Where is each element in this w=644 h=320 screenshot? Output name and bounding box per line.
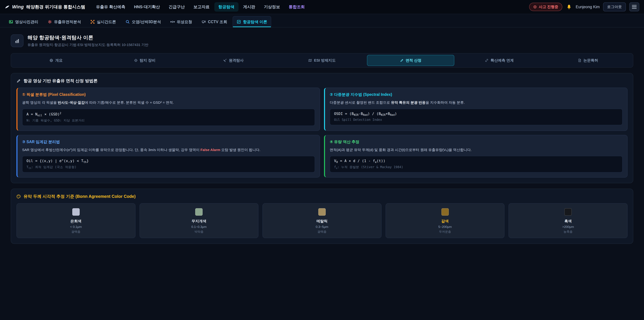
area-analysis-icon [48, 20, 52, 24]
logout-button[interactable]: 로그아웃 [603, 2, 626, 12]
page-subtitle: 유출유 원격탐지·항공감시 기법·ESI 방제정보지도·등록특허 10-1567… [28, 43, 148, 47]
color-swatch [195, 208, 202, 216]
incident-status-label: 사고 진행중 [539, 4, 558, 10]
formula-note: N: 기름 픽셀수, GSD: 지상 표본거리 [26, 118, 310, 123]
theory-tab-bar: 개요 탐지 장비 원격탐사 ESI 방제지도 면적 산정 [11, 53, 633, 68]
thickness-card-metallic: 메탈릭 0.3~5μm 광택층 [262, 203, 382, 238]
thickness-range: 5~200μm [388, 225, 502, 229]
tab-remote-sensing[interactable]: 원격탐사 [190, 55, 277, 66]
thickness-range: < 0.1μm [20, 225, 132, 229]
color-swatch [564, 208, 572, 216]
antenna-icon [223, 59, 227, 62]
thickness-cards-grid: 은회색 < 0.1μm 광택층 무지개색 0.1~0.3μm 박막층 메탈릭 0… [16, 203, 628, 238]
formula-line: A = Noil × (GSD)2 [26, 112, 310, 117]
subnav-pollution-ship-3d[interactable]: 오염/선박3D분석 [122, 16, 165, 27]
subnav-realtime-drone[interactable]: 실시간드론 [86, 16, 120, 27]
methods-section-heading: 항공 영상 기반 유출유 면적 산정 방법론 [16, 78, 628, 84]
page-title: 해양 항공탐색·원격탐사 이론 [28, 34, 148, 41]
area-methods-panel: 항공 영상 기반 유출유 면적 산정 방법론 ① 픽셀 분류법 (Pixel C… [11, 73, 633, 183]
nav-emergency-rescue[interactable]: 긴급구난 [165, 2, 189, 12]
nav-reports[interactable]: 보고자료 [190, 2, 214, 12]
alert-dot-icon [533, 5, 537, 9]
palette-icon [16, 194, 21, 199]
document-icon [578, 59, 582, 62]
method-card-sar-threshold: ③ SAR 임계값 분리법 SAR 영상에서 후방산란계수(σ°)의 임계값 이… [16, 135, 320, 178]
bell-icon [566, 4, 572, 10]
nav-board[interactable]: 게시판 [239, 2, 259, 12]
thickness-card-rainbow: 무지개색 0.1~0.3μm 박막층 [140, 203, 258, 238]
color-swatch [318, 208, 326, 216]
formula-note: fe: 누적 증발분 (Stiver & Mackay 1984) [334, 165, 618, 169]
method-card-pixel-classification: ① 픽셀 분류법 (Pixel Classification) 광학 영상의 각… [16, 88, 320, 131]
incident-status-badge: 사고 진행중 [529, 3, 562, 11]
thickness-card-silver-gray: 은회색 < 0.1μm 광택층 [16, 203, 136, 238]
formula-note: Tth: 최적 임계값 (국소 적응형) [26, 165, 310, 169]
method-title: ② 다중분광 지수법 (Spectral Index) [330, 92, 622, 97]
formula-block: V0 = A × d / (1 - fe(t)) fe: 누적 증발분 (Sti… [330, 156, 622, 172]
nav-hns-air-diffusion[interactable]: HNS·대기확산 [130, 2, 164, 12]
tab-detection-equipment[interactable]: 탐지 장비 [101, 55, 188, 66]
formula-line: V0 = A × d / (1 - fe(t)) [334, 159, 618, 164]
method-title: ① 픽셀 분류법 (Pixel Classification) [22, 92, 315, 97]
method-card-volume-inversion: ④ 유량 역산 추정 면적(A)과 평균 유막 두께(d) 및 풍화 경과 시간… [324, 135, 628, 178]
method-cards-grid: ① 픽셀 분류법 (Pixel Classification) 광학 영상의 각… [16, 88, 628, 178]
nav-integrated-search[interactable]: 통합조회 [285, 2, 309, 12]
method-title: ③ SAR 임계값 분리법 [22, 139, 315, 144]
tab-esi-map[interactable]: ESI 방제지도 [278, 55, 366, 66]
method-title: ④ 유량 역산 추정 [330, 139, 622, 144]
wing-logo-icon [5, 5, 10, 9]
notifications-button[interactable] [566, 4, 572, 10]
pencil-icon [400, 59, 404, 62]
thickness-layer: 광택층 [20, 230, 132, 234]
tab-overview[interactable]: 개요 [12, 55, 100, 66]
thickness-range: 0.3~5μm [266, 225, 378, 229]
nav-weather-info[interactable]: 기상정보 [260, 2, 284, 12]
user-name: Eunjeong Kim [576, 5, 600, 9]
page-title-block: 해양 항공탐색·원격탐사 이론 유출유 원격탐지·항공감시 기법·ESI 방제정… [28, 34, 148, 47]
formula-note: Oil Spill Detection Index [334, 118, 618, 122]
satellite-icon [170, 20, 175, 24]
hamburger-menu-button[interactable] [629, 2, 639, 12]
main-nav: 유출유 확산예측 HNS·대기확산 긴급구난 보고자료 항공탐색 게시판 기상정… [92, 2, 527, 12]
logo-text: Wing [12, 4, 24, 10]
formula-block: OSDI = (BNIR-BRed) / (BNIR+BRed) Oil Spi… [330, 109, 622, 125]
method-description: 면적(A)과 평균 유막 두께(d) 및 풍화 경과 시간(t)으로부터 원래 … [330, 147, 622, 153]
thickness-section-heading: 유막 두께 시각적 추정 기준 (Bonn Agreement Color Co… [16, 194, 628, 199]
formula-line: Oil = {(x,y) | σ°(x,y) < Tth} [26, 159, 310, 164]
method-description: SAR 영상에서 후방산란계수(σ°)의 임계값 이하를 유막으로 판정합니다.… [22, 147, 315, 153]
thickness-name: 메탈릭 [266, 219, 378, 224]
globe-icon [50, 59, 53, 62]
thickness-layer: 두꺼운층 [388, 230, 502, 234]
theory-chart-icon [237, 20, 241, 24]
formula-block: Oil = {(x,y) | σ°(x,y) < Tth} Tth: 최적 임계… [22, 156, 315, 172]
nav-oil-spill-prediction[interactable]: 유출유 확산예측 [92, 2, 129, 12]
tab-diffusion-link[interactable]: 확산예측 연계 [456, 55, 543, 66]
color-swatch [72, 208, 80, 216]
color-swatch [442, 208, 449, 216]
topbar-right-group: 사고 진행중 Eunjeong Kim 로그아웃 [529, 2, 639, 12]
thickness-range: >200μm [512, 225, 624, 229]
magnifier-icon [126, 20, 130, 24]
link-icon [485, 59, 488, 62]
thickness-name: 흑색 [512, 219, 624, 224]
pencil-ruler-icon [16, 79, 21, 83]
subnav-aerial-theory[interactable]: 항공탐색 이론 [232, 16, 271, 27]
tab-papers-patents[interactable]: 논문특허 [544, 55, 632, 66]
image-icon [9, 20, 13, 24]
thickness-color-code-panel: 유막 두께 시각적 추정 기준 (Bonn Agreement Color Co… [11, 189, 633, 244]
method-description: 광학 영상의 각 픽셀을 반사도·색상·질감에 따라 기름/해수로 분류. 분류… [22, 100, 315, 105]
subnav-image-management[interactable]: 영상사진관리 [5, 16, 42, 27]
nav-aerial-search[interactable]: 항공탐색 [214, 2, 238, 12]
subnav-satellite-request[interactable]: 위성요청 [166, 16, 196, 27]
page-header: 해양 항공탐색·원격탐사 이론 유출유 원격탐지·항공감시 기법·ESI 방제정… [11, 34, 633, 47]
subnav-cctv-view[interactable]: CCTV 조회 [198, 16, 231, 27]
thickness-card-black: 흑색 >200μm 농축층 [508, 203, 628, 238]
drone-icon [90, 20, 95, 24]
thickness-name: 갈색 [388, 219, 502, 224]
thickness-layer: 농축층 [512, 230, 624, 234]
logo[interactable]: Wing 해양환경 위기대응 통합시스템 [5, 4, 85, 10]
subnav-oil-area-analysis[interactable]: 유출유면적분석 [44, 16, 85, 27]
main-content: 해양 항공탐색·원격탐사 이론 유출유 원격탐지·항공감시 기법·ESI 방제정… [0, 28, 644, 257]
tab-area-calculation[interactable]: 면적 산정 [367, 55, 454, 66]
formula-line: OSDI = (BNIR-BRed) / (BNIR+BRed) [334, 112, 618, 116]
